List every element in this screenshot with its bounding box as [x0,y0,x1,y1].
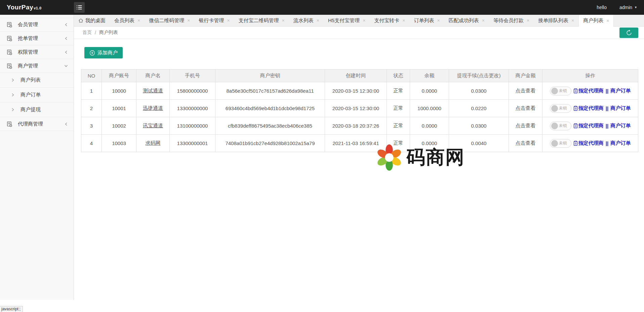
assign-agent-label: 指定代理商 [578,105,604,112]
sidebar-item-merchant-list[interactable]: 商户列表 [0,73,74,88]
merchant-name-link[interactable]: 测试通道 [143,88,163,93]
sidebar-subitem-label: 商户订单 [21,92,41,98]
menu-doc-icon [7,49,12,55]
lock-toggle[interactable]: 未锁 [550,139,571,148]
tab-flow-list[interactable]: 流水列表× [289,15,324,26]
topbar: YourPayv1.0 hello admin ▼ [0,0,644,15]
close-icon[interactable]: × [571,18,574,23]
breadcrumb-current: 商户列表 [99,30,118,36]
close-icon[interactable]: × [227,18,230,23]
close-icon[interactable]: × [187,18,190,23]
tab-wechat-qr-mgmt[interactable]: 微信二维码管理× [145,15,194,26]
cell-phone: 13100000000 [170,117,215,135]
user-menu[interactable]: admin ▼ [619,5,637,10]
merchant-order-link[interactable]: 商户订单 [610,105,631,112]
table-row: 3 10002 讯宝通道 13100000000 cfb839deff86754… [81,117,638,135]
lock-toggle[interactable]: 未锁 [550,87,571,95]
fee-edit-link[interactable]: 0.0220 [471,105,487,111]
merchant-order-link[interactable]: 商户订单 [610,88,631,94]
sidebar: 会员管理 抢单管理 权限管理 商户管理 商户列表 商户订单 商户提现 [0,15,74,300]
breadcrumb-home[interactable]: 首页 [82,30,92,36]
sidebar-item-member-mgmt[interactable]: 会员管理 [0,18,74,32]
cell-balance: 1000.0000 [410,100,449,117]
close-icon[interactable]: × [606,18,609,23]
sidebar-item-agent-mgmt[interactable]: 代理商管理 [0,117,74,131]
merchant-name-link[interactable]: 求码网 [146,140,161,146]
tab-alipay-qr-mgmt[interactable]: 支付宝二维码管理× [234,15,289,26]
sidebar-item-grab-order-mgmt[interactable]: 抢单管理 [0,32,74,45]
tab-alipay-to-card[interactable]: 支付宝转卡× [370,15,409,26]
close-icon[interactable]: × [437,18,440,23]
amount-view-link[interactable]: 点击查看 [516,123,536,128]
menu-doc-icon [7,121,12,127]
merchant-name-link[interactable]: 讯宝通道 [143,123,163,128]
chevron-down-icon [64,64,68,68]
cell-no: 2 [81,100,102,117]
sidebar-item-permission-mgmt[interactable]: 权限管理 [0,45,74,59]
menu-doc-icon [7,22,12,28]
close-icon[interactable]: × [482,18,485,23]
toggle-knob [551,123,558,129]
fee-edit-link[interactable]: 0.0040 [471,140,487,146]
add-merchant-button[interactable]: 添加商户 [84,47,123,58]
close-icon[interactable]: × [527,18,529,23]
fee-edit-link[interactable]: 0.0300 [471,123,487,129]
amount-view-link[interactable]: 点击查看 [516,88,536,93]
merchant-order-label: 商户订单 [610,123,631,129]
close-icon[interactable]: × [363,18,365,23]
assign-agent-link[interactable]: 指定代理商 [573,140,604,146]
greeting-text: hello [597,5,607,10]
merchant-order-link[interactable]: 商户订单 [610,123,631,129]
close-icon[interactable]: × [137,18,140,23]
merchant-name-link[interactable]: 迅捷通道 [143,105,163,111]
assign-agent-link[interactable]: 指定代理商 [573,105,604,112]
tab-order-queue-list[interactable]: 接单排队列表× [534,15,578,26]
tab-my-desktop[interactable]: 我的桌面 [74,15,110,26]
refresh-button[interactable] [619,28,638,38]
assign-agent-link[interactable]: 指定代理商 [573,88,604,94]
sidebar-item-merchant-orders[interactable]: 商户订单 [0,88,74,102]
clipboard-icon [573,106,578,111]
lock-toggle[interactable]: 未锁 [550,122,571,130]
tab-order-list[interactable]: 订单列表× [410,15,444,26]
sidebar-toggle-button[interactable] [74,2,85,13]
refresh-icon [626,30,632,36]
tab-bank-card-mgmt[interactable]: 银行卡管理× [194,15,234,26]
cell-account: 10001 [102,100,136,117]
close-icon[interactable]: × [282,18,285,23]
browser-status-tooltip: javascript:; [0,306,23,312]
sidebar-item-merchant-mgmt[interactable]: 商户管理 [0,59,74,73]
ops-separator: || [606,140,608,146]
assign-agent-link[interactable]: 指定代理商 [573,123,604,129]
cell-account: 10002 [102,117,136,135]
amount-view-link[interactable]: 点击查看 [516,140,536,146]
table-header-row: NO 商户账号 商户名 手机号 商户密钥 创建时间 状态 余额 提现手续(点击更… [81,70,638,82]
tab-label: 接单排队列表 [538,17,568,24]
cell-secret: 7408a01b91cb27e4d928b81002a15a79 [215,135,325,152]
cell-secret: 693460c4bd569eb4d1b1dcb0e98d1725 [215,100,325,117]
tab-h5-alipay-mgmt[interactable]: H5支付宝管理× [324,15,370,26]
sidebar-item-merchant-withdraw[interactable]: 商户提现 [0,102,74,117]
toggle-label: 未锁 [559,140,567,146]
tab-merchant-list[interactable]: 商户列表× [578,15,614,27]
amount-view-link[interactable]: 点击查看 [516,105,536,111]
merchant-order-label: 商户订单 [610,105,631,112]
tab-label: 等待会员打款 [493,17,524,24]
close-icon[interactable]: × [317,18,319,23]
merchant-order-link[interactable]: 商户订单 [610,140,631,146]
username: admin [619,5,632,10]
cell-created: 2020-03-15 12:30:00 [325,82,387,100]
tab-waiting-member-payment[interactable]: 等待会员打款× [489,15,534,26]
col-header-phone: 手机号 [170,70,215,82]
tab-match-success-list[interactable]: 匹配成功列表× [444,15,489,26]
clipboard-icon [573,123,578,128]
sidebar-item-label: 权限管理 [18,49,64,55]
lock-toggle[interactable]: 未锁 [550,104,571,113]
plus-circle-icon [89,50,95,56]
fee-edit-link[interactable]: 0.0300 [471,88,487,94]
tab-member-list[interactable]: 会员列表× [110,15,145,26]
toggle-label: 未锁 [559,105,567,111]
caret-down-icon: ▼ [634,6,637,9]
close-icon[interactable]: × [402,18,405,23]
toggle-knob [551,88,558,94]
